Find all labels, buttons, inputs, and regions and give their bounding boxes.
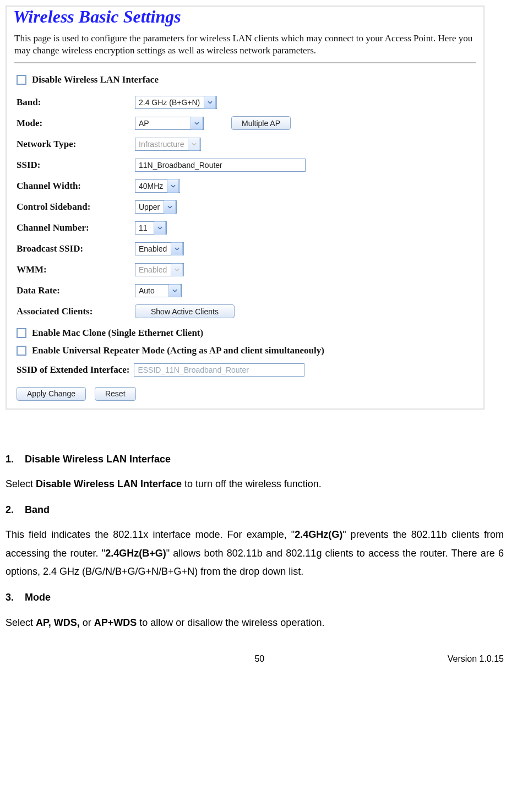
network-type-select: Infrastructure <box>135 138 201 151</box>
channel-number-label: Channel Number: <box>17 222 135 233</box>
wmm-select: Enabled <box>135 263 184 276</box>
text: to turn off the wireless function. <box>182 478 322 489</box>
network-type-value: Infrastructure <box>135 140 187 149</box>
section-1-paragraph: Select Disable Wireless LAN Interface to… <box>6 475 504 493</box>
page-footer: 50 Version 1.0.15 <box>6 637 504 664</box>
network-type-label: Network Type: <box>17 139 135 150</box>
ssid-label: SSID: <box>17 160 135 171</box>
text-bold: AP+WDS <box>94 617 137 628</box>
reset-button[interactable]: Reset <box>95 387 136 401</box>
documentation-body: 1. Disable Wireless LAN Interface Select… <box>6 410 504 632</box>
section-3-number: 3. <box>6 592 14 603</box>
extended-ssid-label: SSID of Extended Interface: <box>17 364 134 375</box>
apply-change-button[interactable]: Apply Change <box>17 387 86 401</box>
channel-width-value: 40MHz <box>135 182 166 190</box>
disable-wlan-checkbox[interactable] <box>17 75 26 85</box>
broadcast-ssid-select[interactable]: Enabled <box>135 242 184 255</box>
chevron-down-icon <box>167 179 179 193</box>
data-rate-select[interactable]: Auto <box>135 284 182 297</box>
panel-title: Wireless Basic Settings <box>7 7 483 29</box>
text: to allow or disallow the wireless operat… <box>137 617 324 628</box>
section-3-title: Mode <box>25 592 51 603</box>
channel-width-label: Channel Width: <box>17 181 135 192</box>
wmm-label: WMM: <box>17 264 135 275</box>
text: Select <box>6 478 36 489</box>
mode-select[interactable]: AP <box>135 117 204 130</box>
channel-width-select[interactable]: 40MHz <box>135 179 180 193</box>
section-2-heading: 2. Band <box>6 501 504 519</box>
text: This field indicates the 802.11x interfa… <box>6 529 295 540</box>
data-rate-value: Auto <box>135 286 168 295</box>
page-number: 50 <box>72 654 448 664</box>
multiple-ap-button[interactable]: Multiple AP <box>231 116 291 130</box>
broadcast-ssid-value: Enabled <box>135 244 170 253</box>
data-rate-label: Data Rate: <box>17 285 135 296</box>
text-bold: Disable Wireless LAN Interface <box>36 478 182 489</box>
section-1-number: 1. <box>6 454 14 465</box>
section-2-title: Band <box>25 504 50 515</box>
section-1-heading: 1. Disable Wireless LAN Interface <box>6 450 504 468</box>
control-sideband-value: Upper <box>135 203 163 211</box>
band-label: Band: <box>17 97 135 108</box>
section-3-heading: 3. Mode <box>6 588 504 607</box>
text-bold: 2.4GHz(B+G) <box>105 548 166 559</box>
chevron-down-icon <box>191 117 203 130</box>
band-select[interactable]: 2.4 GHz (B+G+N) <box>135 96 217 109</box>
show-active-clients-button[interactable]: Show Active Clients <box>135 304 235 318</box>
associated-clients-label: Associated Clients: <box>17 306 135 317</box>
control-sideband-select[interactable]: Upper <box>135 200 177 214</box>
section-2-paragraph: This field indicates the 802.11x interfa… <box>6 526 504 581</box>
band-value: 2.4 GHz (B+G+N) <box>135 98 203 107</box>
chevron-down-icon <box>171 263 183 276</box>
text: Select <box>6 617 36 628</box>
chevron-down-icon <box>164 200 176 214</box>
divider <box>14 62 476 63</box>
mac-clone-label: Enable Mac Clone (Single Ethernet Client… <box>32 328 203 339</box>
text-bold: 2.4GHz(G) <box>295 529 342 540</box>
disable-wlan-label: Disable Wireless LAN Interface <box>32 74 159 85</box>
section-2-number: 2. <box>6 504 14 515</box>
text: or <box>80 617 94 628</box>
chevron-down-icon <box>154 221 166 235</box>
ssid-input[interactable]: 11N_Broadband_Router <box>135 159 306 172</box>
universal-repeater-label: Enable Universal Repeater Mode (Acting a… <box>32 345 324 356</box>
section-3-paragraph: Select AP, WDS, or AP+WDS to allow or di… <box>6 614 504 632</box>
channel-number-value: 11 <box>135 224 153 232</box>
mac-clone-checkbox[interactable] <box>17 328 26 338</box>
broadcast-ssid-label: Broadcast SSID: <box>17 243 135 254</box>
settings-panel: Wireless Basic Settings This page is use… <box>6 6 485 410</box>
version-label: Version 1.0.15 <box>448 654 504 664</box>
text-bold: AP, WDS, <box>36 617 80 628</box>
wmm-value: Enabled <box>135 265 170 274</box>
chevron-down-icon <box>168 284 181 297</box>
universal-repeater-checkbox[interactable] <box>17 346 26 356</box>
form-area: Disable Wireless LAN Interface Band: 2.4… <box>7 71 483 401</box>
section-1-title: Disable Wireless LAN Interface <box>25 454 171 465</box>
extended-ssid-input[interactable]: ESSID_11N_Broadband_Router <box>134 363 304 377</box>
chevron-down-icon <box>188 138 200 151</box>
mode-value: AP <box>135 119 190 128</box>
control-sideband-label: Control Sideband: <box>17 201 135 212</box>
mode-label: Mode: <box>17 118 135 129</box>
chevron-down-icon <box>204 96 216 109</box>
channel-number-select[interactable]: 11 <box>135 221 167 235</box>
panel-description: This page is used to configure the param… <box>7 29 483 62</box>
chevron-down-icon <box>171 242 183 255</box>
